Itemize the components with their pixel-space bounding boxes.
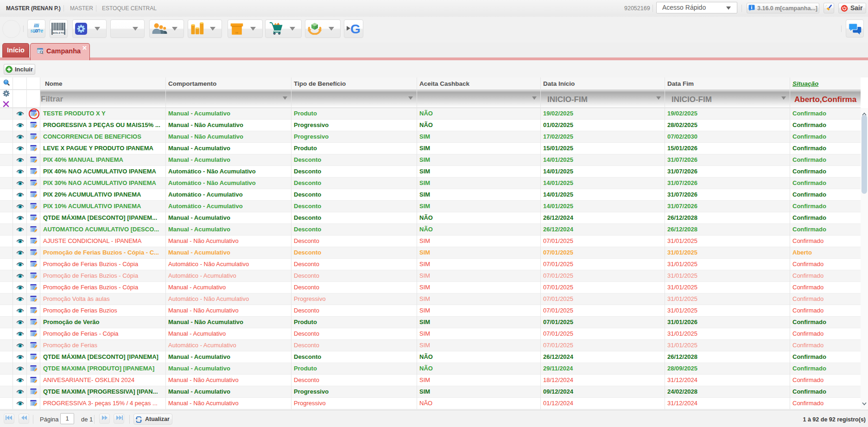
svg-text:st: st — [31, 28, 35, 33]
svg-text:G: G — [350, 22, 361, 35]
svg-text:BOLETO: BOLETO — [53, 32, 65, 34]
svg-text:↑↑: ↑↑ — [235, 31, 239, 34]
svg-text:illi: illi — [34, 23, 39, 28]
svg-text:re: re — [39, 28, 44, 33]
